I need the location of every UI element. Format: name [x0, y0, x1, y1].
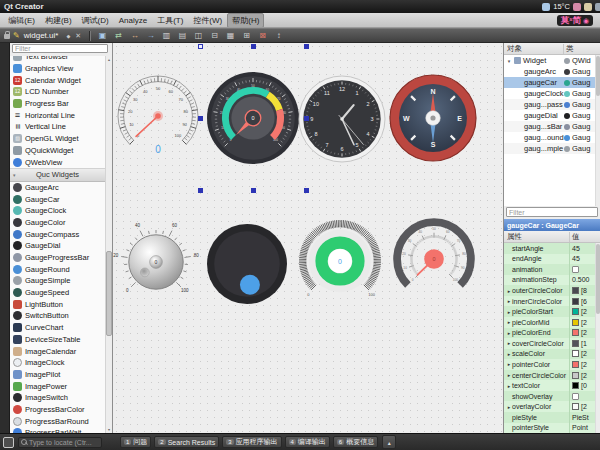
output-pane-2[interactable]: 2 Search Results: [154, 436, 219, 448]
widget-item-progress-bar[interactable]: Progress Bar: [10, 98, 105, 110]
color-swatch[interactable]: [572, 361, 579, 368]
edit-widgets-icon[interactable]: ▣: [97, 29, 108, 42]
sidebar-toggle-icon[interactable]: [3, 437, 14, 448]
selection-handle[interactable]: [251, 188, 256, 193]
object-inspector-scrollbar[interactable]: [595, 55, 600, 206]
widget-item-progressbarcolor[interactable]: ProgressBarColor: [10, 404, 105, 416]
output-pane-4[interactable]: 4 编译输出: [285, 436, 330, 448]
widget-item-switchbutton[interactable]: SwitchButton: [10, 310, 105, 322]
property-row-startAngle[interactable]: startAngle 45: [504, 243, 600, 254]
property-row-pieStyle[interactable]: pieStyle PieSt: [504, 412, 600, 423]
mode-selector-strip[interactable]: [0, 43, 10, 433]
widget-item-gaugecompass[interactable]: GaugeCompass: [10, 228, 105, 240]
splitter-vertical-icon[interactable]: ⊟: [209, 29, 220, 42]
widget-item-gaugeprogressbar[interactable]: GaugeProgressBar: [10, 252, 105, 264]
widget-item-gaugecar[interactable]: GaugeCar: [10, 193, 105, 205]
adjust-size-icon[interactable]: ↕: [273, 29, 284, 42]
property-row-pointerColor[interactable]: ▸ pointerColor [2: [504, 359, 600, 370]
close-document-icon[interactable]: ✕: [75, 32, 81, 40]
property-row-scaleColor[interactable]: ▸ scaleColor [2: [504, 349, 600, 360]
locator-input[interactable]: Type to locate (Ctr...: [18, 437, 102, 448]
checkbox[interactable]: [572, 393, 579, 400]
edit-tab-order-icon[interactable]: →: [145, 29, 156, 42]
property-row-innerCircleColor[interactable]: ▸ innerCircleColor [6: [504, 296, 600, 307]
output-pane-1[interactable]: 1 问题: [120, 436, 151, 448]
output-pane-collapse-button[interactable]: ▴: [382, 435, 396, 449]
weather-icon[interactable]: [542, 3, 550, 11]
calendar-tray-icon[interactable]: [584, 3, 592, 11]
property-row-endAngle[interactable]: endAngle 45: [504, 254, 600, 265]
property-row-animationStep[interactable]: animationStep 0.500: [504, 275, 600, 286]
widget-item-horizontal-line[interactable]: ≡ Horizontal Line: [10, 109, 105, 121]
object-row-gaugound[interactable]: gaug...ound Gaug: [504, 132, 600, 143]
property-row-pieColorEnd[interactable]: ▸ pieColorEnd [2: [504, 328, 600, 339]
widget-item-imageswitch[interactable]: ImageSwitch: [10, 392, 105, 404]
grid-layout-icon[interactable]: ⊞: [241, 29, 252, 42]
widget-item-gaugecolor[interactable]: GaugeColor: [10, 217, 105, 229]
widget-item-lightbutton[interactable]: LightButton: [10, 298, 105, 310]
widget-item-gaugedial[interactable]: GaugeDial: [10, 240, 105, 252]
widget-item-gaugearc[interactable]: GaugeArc: [10, 182, 105, 194]
property-row-pointerStyle[interactable]: pointerStyle Point: [504, 423, 600, 433]
color-swatch[interactable]: [572, 308, 579, 315]
selection-handle[interactable]: [304, 44, 309, 49]
color-swatch[interactable]: [572, 319, 579, 326]
widget-item-lcd-number[interactable]: 12 LCD Number: [10, 86, 105, 98]
color-swatch[interactable]: [572, 403, 579, 410]
object-row-gaugsBar[interactable]: gaug...sBar Gaug: [504, 121, 600, 132]
menu-item[interactable]: 调试(D): [77, 13, 114, 28]
selection-handle[interactable]: [198, 116, 203, 121]
selection-handle[interactable]: [251, 44, 256, 49]
form-layout-icon[interactable]: ▦: [225, 29, 236, 42]
property-row-centerCircleColor[interactable]: ▸ centerCircleColor [2: [504, 370, 600, 381]
document-dropdown-icon[interactable]: ◆: [66, 33, 70, 39]
object-row-gaugpass[interactable]: gaug...pass Gaug: [504, 99, 600, 110]
property-row-animation[interactable]: animation: [504, 264, 600, 275]
color-swatch[interactable]: [572, 340, 579, 347]
splitter-horizontal-icon[interactable]: ◫: [193, 29, 204, 42]
object-row-gaugeCar[interactable]: gaugeCar Gaug: [504, 77, 600, 88]
widget-item-imagepilot[interactable]: ImagePilot: [10, 369, 105, 381]
selection-handle[interactable]: [198, 188, 203, 193]
widget-item-vertical-line[interactable]: ≡ Vertical Line: [10, 121, 105, 133]
object-row-gaugmple[interactable]: gaug...mple Gaug: [504, 143, 600, 154]
selection-handle[interactable]: [304, 188, 309, 193]
menu-item[interactable]: 控件(W): [188, 13, 227, 28]
object-row-gaugeArc[interactable]: gaugeArc Gaug: [504, 66, 600, 77]
scroll-down-icon[interactable]: ▾: [106, 426, 112, 433]
widget-item-gaugeround[interactable]: GaugeRound: [10, 263, 105, 275]
widget-section-header[interactable]: ▾ Quc Widgets: [10, 168, 105, 182]
layout-horizontal-icon[interactable]: ▥: [161, 29, 172, 42]
property-row-showOverlay[interactable]: showOverlay: [504, 391, 600, 402]
widget-item-progressbarround[interactable]: ProgressBarRound: [10, 415, 105, 427]
widget-item-qquickwidget[interactable]: QQuickWidget: [10, 145, 105, 157]
checkbox[interactable]: [572, 266, 579, 273]
property-editor-scrollbar[interactable]: [595, 243, 600, 433]
menu-item[interactable]: 编辑(E): [3, 13, 40, 28]
selection-handle[interactable]: [198, 44, 203, 49]
property-row-pieColorMid[interactable]: ▸ pieColorMid [2: [504, 317, 600, 328]
widget-filter-input[interactable]: [12, 44, 108, 53]
edit-buddies-icon[interactable]: ↔: [129, 29, 140, 42]
menu-item[interactable]: 构建(B): [40, 13, 77, 28]
property-row-outerCircleColor[interactable]: ▸ outerCircleColor [8: [504, 285, 600, 296]
widget-item-opengl-widget[interactable]: ▨ OpenGL Widget: [10, 133, 105, 145]
open-document-name[interactable]: widget.ui*: [23, 31, 59, 40]
menu-item[interactable]: Analyze: [114, 14, 152, 27]
menu-item[interactable]: 工具(T): [152, 13, 188, 28]
break-layout-icon[interactable]: ⊠: [257, 29, 268, 42]
color-swatch[interactable]: [572, 372, 579, 379]
widget-item-imageclock[interactable]: ImageClock: [10, 357, 105, 369]
property-row-pieColorStart[interactable]: ▸ pieColorStart [2: [504, 306, 600, 317]
ime-badge[interactable]: 莫ˢ简 ◉: [557, 15, 593, 26]
form-editor-canvas[interactable]: 0102030405060708090100001020304050607080…: [113, 43, 503, 433]
widget-item-curvechart[interactable]: CurveChart: [10, 322, 105, 334]
widget-item-qwebview[interactable]: QWebView: [10, 156, 105, 168]
widget-item-text-browser[interactable]: Text Browser: [10, 56, 105, 63]
output-pane-3[interactable]: 3 应用程序输出: [222, 436, 281, 448]
property-filter-input[interactable]: [506, 207, 598, 217]
input-method-icon[interactable]: [573, 3, 581, 11]
object-row-gaugeClock[interactable]: gaugeClock Gaug: [504, 88, 600, 99]
widget-item-imagecalendar[interactable]: ImageCalendar: [10, 345, 105, 357]
widget-item-calendar-widget[interactable]: 12 Calendar Widget: [10, 74, 105, 86]
